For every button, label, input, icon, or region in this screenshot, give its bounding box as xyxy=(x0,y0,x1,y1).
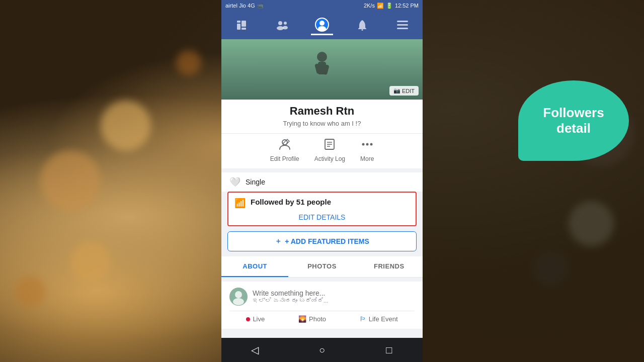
carrier-text: airtel Jio 4G xyxy=(225,3,255,9)
activity-log-button[interactable]: Activity Log xyxy=(314,138,345,162)
status-bar: airtel Jio 4G 📹 2K/s 📶 🔋 12:52 PM xyxy=(221,0,423,11)
info-section: 🤍 Single xyxy=(221,172,423,192)
bottom-nav: ◁ ○ □ xyxy=(221,338,423,362)
cover-edit-label: EDIT xyxy=(402,88,415,94)
more-icon xyxy=(361,138,374,154)
edit-profile-label: Edit Profile xyxy=(270,155,299,162)
carrier-info: airtel Jio 4G 📹 xyxy=(225,3,264,9)
action-buttons-row: Edit Profile Activity Log xyxy=(221,133,423,168)
tooltip-line1: Followers xyxy=(543,105,604,121)
followers-tooltip: Followers detail xyxy=(518,80,629,161)
tooltip-line2: detail xyxy=(556,121,591,136)
followers-icon: 📶 xyxy=(234,198,246,209)
home-button[interactable]: ○ xyxy=(309,342,335,357)
svg-point-6 xyxy=(284,22,287,25)
photo-icon: 🌄 xyxy=(298,315,306,323)
recents-button[interactable]: □ xyxy=(376,342,401,357)
status-right: 2K/s 📶 🔋 12:52 PM xyxy=(364,3,419,9)
cover-photo: 📷 EDIT xyxy=(221,39,423,100)
tab-about[interactable]: ABOUT xyxy=(221,256,288,277)
tab-friends[interactable]: FRIENDS xyxy=(356,256,423,277)
svg-point-25 xyxy=(362,143,364,146)
activity-log-label: Activity Log xyxy=(314,155,345,162)
notifications-nav-icon[interactable] xyxy=(351,15,373,35)
battery-icon: 🔋 xyxy=(386,3,393,9)
followed-prefix: Followed by xyxy=(251,198,296,206)
svg-point-4 xyxy=(278,21,282,25)
edit-details-link[interactable]: EDIT DETAILS xyxy=(234,210,410,225)
post-avatar xyxy=(229,288,248,306)
svg-point-16 xyxy=(317,52,327,62)
live-dot-icon xyxy=(246,317,250,321)
feed-nav-icon[interactable] xyxy=(230,15,253,35)
signal-icon: 📶 xyxy=(377,3,384,9)
svg-point-10 xyxy=(318,26,326,31)
bokeh-circle xyxy=(101,101,151,151)
svg-point-9 xyxy=(319,21,325,26)
profile-tabs: ABOUT PHOTOS FRIENDS xyxy=(221,256,423,278)
post-placeholder-sub: ಇಲ್ಲಿ ಏನಾದರೂ ಬರೆಯಿರಿ... xyxy=(253,297,415,304)
menu-nav-icon[interactable] xyxy=(391,15,414,35)
camera-icon: 📷 xyxy=(393,87,400,94)
followed-info: 📶 Followed by 51 people xyxy=(234,196,410,210)
svg-point-27 xyxy=(370,143,372,146)
time-text: 12:52 PM xyxy=(395,3,419,9)
svg-rect-14 xyxy=(397,28,408,29)
svg-rect-13 xyxy=(397,24,408,26)
profile-bio: Trying to know who am I !? xyxy=(283,120,361,127)
profile-section: 📷 EDIT Ramesh Rtn Trying to know who am … xyxy=(221,39,423,168)
photo-label: Photo xyxy=(309,315,326,323)
add-featured-label: + ADD FEATURED ITEMS xyxy=(285,237,369,245)
followed-count: 51 people xyxy=(296,198,331,206)
relationship-label: Single xyxy=(246,178,265,186)
heart-icon: 🤍 xyxy=(229,176,240,188)
life-event-icon: 🏳 xyxy=(360,315,366,323)
bokeh-circle xyxy=(70,241,111,282)
phone-frame: airtel Jio 4G 📹 2K/s 📶 🔋 12:52 PM xyxy=(221,0,423,362)
profile-nav-icon[interactable] xyxy=(311,15,333,35)
post-area: Write something here... ಇಲ್ಲಿ ಏನಾದರೂ ಬರೆ… xyxy=(221,282,423,329)
bokeh-circle xyxy=(176,50,201,75)
svg-point-7 xyxy=(283,26,288,30)
relationship-info: 🤍 Single xyxy=(221,172,423,192)
add-featured-icon: ＋ xyxy=(275,237,282,246)
more-label: More xyxy=(360,155,374,162)
bokeh-circle xyxy=(15,277,45,307)
tab-photos[interactable]: PHOTOS xyxy=(288,256,355,277)
more-button[interactable]: More xyxy=(360,138,374,162)
back-button[interactable]: ◁ xyxy=(243,342,268,357)
svg-point-29 xyxy=(235,291,242,298)
live-label: Live xyxy=(253,315,265,323)
cover-edit-button[interactable]: 📷 EDIT xyxy=(389,86,419,96)
svg-rect-3 xyxy=(242,28,246,30)
edit-profile-icon xyxy=(278,138,291,154)
followers-highlight-box: 📶 Followed by 51 people EDIT DETAILS xyxy=(227,192,417,226)
content-area: 📷 EDIT Ramesh Rtn Trying to know who am … xyxy=(221,39,423,338)
bokeh-circle xyxy=(533,251,569,287)
bokeh-circle xyxy=(569,201,614,246)
life-event-button[interactable]: 🏳 Life Event xyxy=(360,315,398,323)
post-input-row: Write something here... ಇಲ್ಲಿ ಏನಾದರೂ ಬರೆ… xyxy=(229,288,415,306)
post-input-text[interactable]: Write something here... ಇಲ್ಲಿ ಏನಾದರೂ ಬರೆ… xyxy=(253,289,415,304)
live-button[interactable]: Live xyxy=(246,315,265,323)
speed-text: 2K/s xyxy=(364,3,375,9)
svg-rect-0 xyxy=(237,21,240,23)
followed-text: Followed by 51 people xyxy=(251,196,331,210)
add-featured-button[interactable]: ＋ + ADD FEATURED ITEMS xyxy=(227,231,417,251)
video-icon: 📹 xyxy=(257,3,264,9)
bokeh-circle xyxy=(40,151,101,211)
svg-rect-1 xyxy=(237,24,240,30)
friends-nav-icon[interactable] xyxy=(271,15,293,35)
top-nav-bar xyxy=(221,11,423,39)
svg-point-5 xyxy=(277,26,284,30)
svg-point-11 xyxy=(362,29,363,31)
svg-rect-2 xyxy=(242,21,246,27)
svg-rect-12 xyxy=(397,21,408,22)
activity-log-icon xyxy=(323,138,336,154)
life-event-label: Life Event xyxy=(369,315,398,323)
edit-profile-button[interactable]: Edit Profile xyxy=(270,138,299,162)
profile-name: Ramesh Rtn xyxy=(290,105,354,118)
post-actions: Live 🌄 Photo 🏳 Life Event xyxy=(229,311,415,323)
svg-point-26 xyxy=(366,143,368,146)
photo-button[interactable]: 🌄 Photo xyxy=(298,315,326,323)
